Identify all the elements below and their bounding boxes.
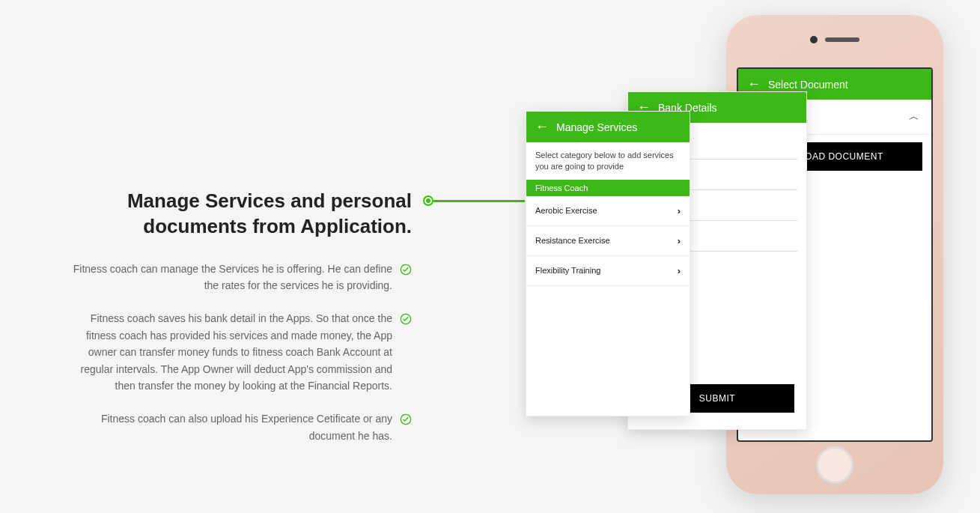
chevron-right-icon: › <box>678 235 681 246</box>
app-header-manage-services: ← Manage Services <box>526 112 690 142</box>
screen-title: Manage Services <box>556 121 637 133</box>
check-circle-icon <box>400 313 412 325</box>
check-circle-icon <box>400 264 412 276</box>
screen-title: Select Document <box>768 79 848 91</box>
connector-dot-icon <box>423 195 433 206</box>
connector-bar <box>433 200 525 202</box>
back-arrow-icon[interactable]: ← <box>535 119 549 135</box>
service-item-aerobic[interactable]: Aerobic Exercise › <box>526 196 690 226</box>
connector-line <box>423 195 525 206</box>
check-circle-icon <box>400 413 412 425</box>
feature-text: Fitness coach saves his bank detail in t… <box>67 310 392 394</box>
iphone-home-button[interactable] <box>816 446 853 484</box>
iphone-speaker-icon <box>825 37 859 42</box>
chevron-up-icon: ︿ <box>909 110 919 124</box>
chevron-right-icon: › <box>678 205 681 216</box>
iphone-camera-icon <box>810 36 818 43</box>
service-item-label: Flexibility Training <box>535 266 600 275</box>
service-item-flexibility[interactable]: Flexibility Training › <box>526 256 690 286</box>
feature-item: Fitness coach can also upload his Experi… <box>67 410 412 444</box>
services-prompt-text: Select category below to add services yo… <box>526 142 690 180</box>
iphone-notch <box>810 36 859 43</box>
screen-manage-services: ← Manage Services Select category below … <box>526 111 690 416</box>
service-item-label: Resistance Exercise <box>535 236 610 245</box>
service-category-label: Fitness Coach <box>526 180 690 196</box>
feature-item: Fitness coach can manage the Services he… <box>67 261 412 294</box>
chevron-right-icon: › <box>678 265 681 276</box>
back-arrow-icon[interactable]: ← <box>747 76 761 92</box>
feature-text: Fitness coach can manage the Services he… <box>67 261 392 294</box>
feature-item: Fitness coach saves his bank detail in t… <box>67 310 412 394</box>
service-item-resistance[interactable]: Resistance Exercise › <box>526 226 690 256</box>
section-title: Manage Services and personal documents f… <box>67 189 412 240</box>
service-item-label: Aerobic Exercise <box>535 206 597 215</box>
feature-text: Fitness coach can also upload his Experi… <box>67 410 392 444</box>
